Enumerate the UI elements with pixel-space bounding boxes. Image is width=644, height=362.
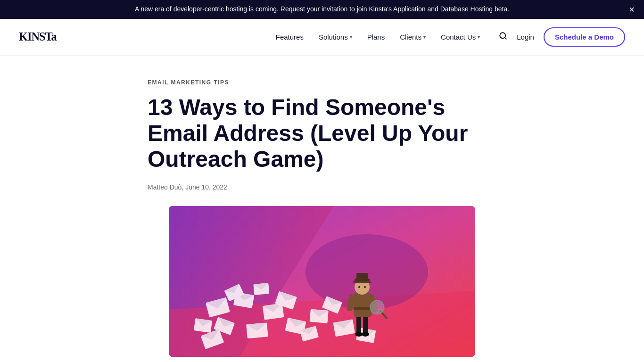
svg-line-2 [505,37,506,39]
svg-point-55 [364,286,366,288]
nav-links: Features Solutions ▾ Plans Clients ▾ Con… [276,33,480,41]
chevron-down-icon: ▾ [350,34,352,40]
article-meta: Matteo Duò, June 10, 2022 [148,183,496,191]
nav-item-features[interactable]: Features [276,33,304,41]
nav-item-plans[interactable]: Plans [367,33,385,41]
chevron-down-icon: ▾ [423,34,426,40]
svg-rect-52 [353,281,372,283]
features-link[interactable]: Features [276,33,304,41]
svg-rect-53 [356,273,368,280]
kinsta-logo-icon: KINSTa [19,30,63,43]
nav-actions: Login Schedule a Demo [499,27,625,47]
hero-illustration [169,206,475,357]
svg-point-54 [358,286,360,288]
svg-point-42 [362,332,369,337]
solutions-link[interactable]: Solutions ▾ [319,33,352,41]
hero-image [169,206,475,357]
announcement-banner: A new era of developer-centric hosting i… [0,0,644,19]
article-author: Matteo Duò [148,183,182,191]
login-link[interactable]: Login [517,33,534,41]
svg-point-41 [355,332,363,337]
clients-link[interactable]: Clients ▾ [400,33,426,41]
plans-link[interactable]: Plans [367,33,385,41]
svg-rect-39 [356,314,361,333]
search-button[interactable] [499,32,507,42]
navbar: KINSTa Features Solutions ▾ Plans Client… [0,19,644,56]
svg-rect-40 [363,314,368,333]
search-icon [499,32,507,40]
article-category: EMAIL MARKETING TIPS [148,79,496,86]
logo[interactable]: KINSTa [19,30,63,43]
banner-close-button[interactable]: × [629,5,635,14]
svg-point-49 [372,302,383,313]
nav-item-solutions[interactable]: Solutions ▾ [319,33,352,41]
svg-rect-44 [354,307,372,310]
schedule-demo-button[interactable]: Schedule a Demo [544,27,625,47]
main-content: EMAIL MARKETING TIPS 13 Ways to Find Som… [138,56,506,357]
chevron-down-icon: ▾ [478,34,480,40]
contact-link[interactable]: Contact Us ▾ [441,33,480,41]
nav-item-contact[interactable]: Contact Us ▾ [441,33,480,41]
nav-item-clients[interactable]: Clients ▾ [400,33,426,41]
article-title: 13 Ways to Find Someone's Email Address … [148,94,496,173]
banner-text: A new era of developer-centric hosting i… [135,5,509,13]
article-date: June 10, 2022 [185,183,227,191]
svg-text:KINSTa: KINSTa [19,30,57,43]
